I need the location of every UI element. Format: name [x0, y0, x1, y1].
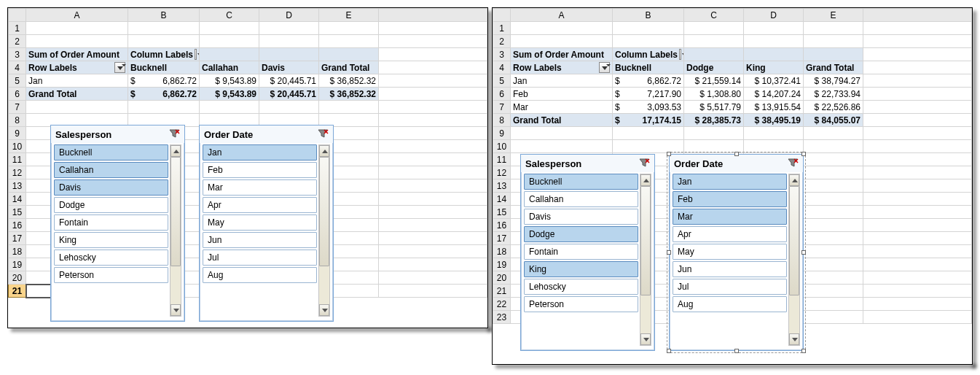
scrollbar[interactable]: [170, 144, 181, 317]
row-header[interactable]: 14: [9, 193, 26, 206]
row-header[interactable]: 15: [9, 206, 26, 219]
pivot-row-field[interactable]: Row Labels: [511, 61, 613, 74]
row-header[interactable]: 21: [9, 285, 26, 298]
row-header[interactable]: 21: [493, 285, 511, 298]
row-header[interactable]: 1: [9, 22, 26, 35]
slicer-item[interactable]: Jul: [203, 250, 317, 266]
row-label[interactable]: Jan: [511, 74, 613, 88]
row-header[interactable]: 19: [9, 258, 26, 271]
slicer-item[interactable]: Callahan: [524, 191, 638, 207]
row-header[interactable]: 13: [493, 179, 511, 193]
select-all[interactable]: [9, 9, 26, 22]
scrollbar[interactable]: [640, 174, 651, 346]
row-header[interactable]: 11: [493, 153, 511, 166]
slicer-item[interactable]: Jun: [203, 232, 317, 248]
row-header[interactable]: 14: [493, 193, 511, 206]
cell[interactable]: $3,093.53: [613, 101, 684, 114]
row-header[interactable]: 4: [493, 61, 511, 74]
col-header-B[interactable]: B: [613, 9, 684, 22]
slicer-item[interactable]: Feb: [673, 191, 787, 207]
slicer-item[interactable]: King: [524, 261, 638, 277]
slicer-orderdate[interactable]: Order Date JanFebMarAprMayJunJulAug: [669, 154, 804, 351]
cell[interactable]: $ 9,543.89: [200, 88, 259, 101]
pivot-corner[interactable]: Sum of Order Amount: [511, 48, 613, 61]
total-label[interactable]: Grand Total: [26, 88, 128, 101]
cell[interactable]: $ 20,445.71: [259, 74, 319, 88]
row-header[interactable]: 20: [9, 271, 26, 285]
row-header[interactable]: 1: [493, 22, 511, 35]
row-header[interactable]: 15: [493, 206, 511, 219]
slicer-item[interactable]: Dodge: [54, 197, 168, 213]
cell[interactable]: $ 14,207.24: [744, 88, 804, 101]
row-header[interactable]: 18: [493, 245, 511, 258]
slicer-item[interactable]: Bucknell: [524, 174, 638, 190]
slicer-item[interactable]: Peterson: [524, 296, 638, 312]
col-header-B[interactable]: B: [128, 9, 200, 22]
cell[interactable]: $ 84,055.07: [804, 114, 863, 127]
slicer-item[interactable]: Jan: [203, 144, 317, 161]
row-header[interactable]: 20: [493, 271, 511, 285]
clear-filter-icon[interactable]: [787, 158, 799, 169]
col-header[interactable]: Dodge: [684, 61, 744, 74]
cell[interactable]: $ 36,852.32: [319, 88, 379, 101]
scroll-down-button[interactable]: [170, 304, 181, 316]
slicer-salesperson[interactable]: Salesperson BucknellCallahanDavisDodgeFo…: [50, 125, 185, 322]
col-header[interactable]: Bucknell: [613, 61, 684, 74]
row-header[interactable]: 19: [493, 258, 511, 271]
row-header[interactable]: 12: [493, 166, 511, 179]
scroll-thumb[interactable]: [170, 157, 181, 266]
scroll-down-button[interactable]: [640, 333, 651, 345]
row-header[interactable]: 11: [9, 153, 26, 166]
col-header[interactable]: King: [744, 61, 804, 74]
row-label[interactable]: Jan: [26, 74, 128, 88]
cell[interactable]: $ 1,308.80: [684, 88, 744, 101]
slicer-item[interactable]: Fontain: [524, 244, 638, 260]
row-header[interactable]: 2: [9, 35, 26, 48]
slicer-item[interactable]: Peterson: [54, 267, 168, 283]
slicer-item[interactable]: Apr: [673, 226, 787, 242]
scroll-thumb[interactable]: [319, 157, 329, 266]
row-filter-button[interactable]: [114, 62, 125, 73]
col-header-E[interactable]: E: [804, 9, 863, 22]
scrollbar[interactable]: [788, 174, 800, 346]
select-all[interactable]: [493, 9, 511, 22]
col-filter-button[interactable]: [679, 49, 681, 60]
cell[interactable]: $ 22,526.86: [804, 101, 863, 114]
slicer-orderdate[interactable]: Order Date JanFebMarAprMayJunJulAug: [199, 125, 334, 322]
col-header-C[interactable]: C: [684, 9, 744, 22]
row-header[interactable]: 12: [9, 166, 26, 179]
row-header[interactable]: 17: [493, 232, 511, 245]
scroll-up-button[interactable]: [170, 145, 181, 157]
cell[interactable]: $7,217.90: [613, 88, 684, 101]
row-header[interactable]: 17: [9, 232, 26, 245]
row-label[interactable]: Feb: [511, 88, 613, 101]
col-filter-button[interactable]: [195, 49, 197, 60]
cell[interactable]: $ 10,372.41: [744, 74, 804, 88]
cell[interactable]: $ 28,385.73: [684, 114, 744, 127]
slicer-item[interactable]: King: [54, 232, 168, 248]
row-header[interactable]: 4: [9, 61, 26, 74]
slicer-item[interactable]: Aug: [673, 296, 787, 312]
col-header-D[interactable]: D: [744, 9, 804, 22]
cell[interactable]: $ 9,543.89: [200, 74, 259, 88]
row-header[interactable]: 10: [9, 140, 26, 153]
clear-filter-icon[interactable]: [638, 158, 650, 169]
scroll-thumb[interactable]: [789, 186, 799, 295]
slicer-item[interactable]: Bucknell: [54, 144, 168, 161]
col-header-D[interactable]: D: [259, 9, 319, 22]
clear-filter-icon[interactable]: [317, 128, 329, 140]
cell[interactable]: $6,862.72: [128, 74, 200, 88]
total-label[interactable]: Grand Total: [511, 114, 613, 127]
row-header[interactable]: 7: [9, 101, 26, 114]
cell[interactable]: $17,174.15: [613, 114, 684, 127]
scroll-down-button[interactable]: [789, 333, 799, 345]
slicer-item[interactable]: Davis: [54, 179, 168, 196]
scroll-up-button[interactable]: [789, 174, 799, 186]
row-header[interactable]: 3: [493, 48, 511, 61]
col-header-E[interactable]: E: [319, 9, 379, 22]
cell[interactable]: $ 38,495.19: [744, 114, 804, 127]
cell[interactable]: $ 21,559.14: [684, 74, 744, 88]
row-header[interactable]: 2: [493, 35, 511, 48]
row-header[interactable]: 6: [9, 88, 26, 101]
scroll-up-button[interactable]: [319, 145, 329, 157]
